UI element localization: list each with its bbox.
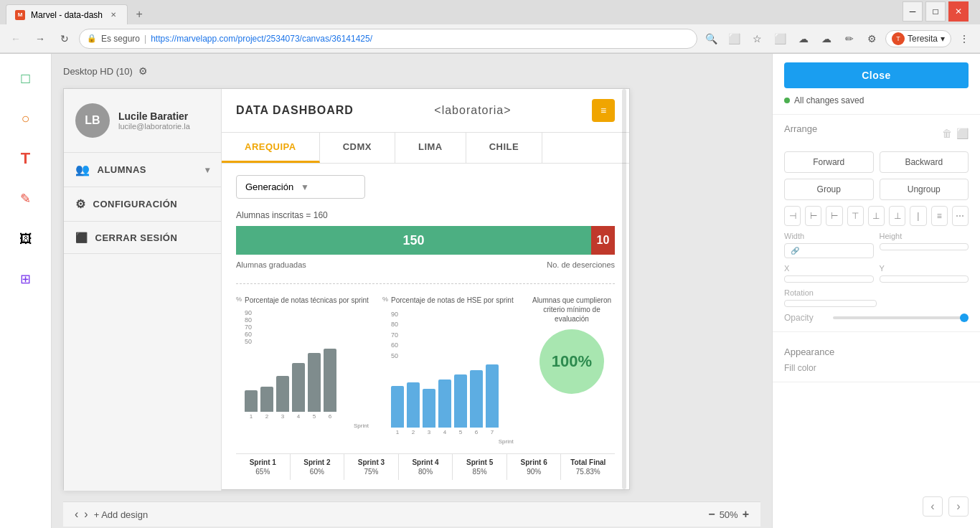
chart-hse: % Porcentaje de notas de HSE por sprint … xyxy=(382,296,520,445)
sprint-2-cell: Sprint 2 60% xyxy=(291,454,345,480)
tab-arequipa[interactable]: AREQUIPA xyxy=(222,133,320,163)
chart1-sprint-label: Sprint xyxy=(245,423,369,429)
bar2-label-4: 4 xyxy=(443,429,446,435)
dropouts-count: 10 xyxy=(597,234,610,247)
more-align-icon[interactable]: ⋯ xyxy=(952,206,969,226)
panel-prev-button[interactable]: ‹ xyxy=(923,496,943,517)
tool-circle[interactable]: ○ xyxy=(13,105,39,131)
opacity-slider[interactable] xyxy=(833,316,969,319)
generation-dropdown[interactable]: Generación ▼ xyxy=(236,175,365,199)
refresh-button[interactable]: ↻ xyxy=(55,29,75,49)
tab-cdmx[interactable]: CDMX xyxy=(320,133,395,163)
align-top-icon[interactable]: ⊤ xyxy=(847,206,864,226)
zoom-out-button[interactable]: − xyxy=(708,508,715,521)
scrollbar[interactable] xyxy=(622,89,626,489)
address-bar[interactable]: 🔒 Es seguro | https://marvelapp.com/proj… xyxy=(79,29,697,49)
chart2-bar-2: 2 xyxy=(407,382,420,435)
bar2-label-5: 5 xyxy=(459,429,462,435)
canvas-title: Desktop HD (10) xyxy=(63,66,133,77)
width-field[interactable]: 🔗 xyxy=(784,243,874,258)
sprint-2-value: 60% xyxy=(293,468,341,476)
x-field[interactable] xyxy=(784,275,874,283)
canvas-settings-icon[interactable]: ⚙ xyxy=(138,65,148,77)
bar1-6 xyxy=(324,349,336,412)
alumnas-chevron-icon: ▾ xyxy=(205,165,210,175)
window-maximize-button[interactable]: □ xyxy=(925,1,946,22)
ungroup-button[interactable]: Ungroup xyxy=(880,179,969,200)
edit-icon[interactable]: ✏ xyxy=(839,29,859,49)
search-browser-icon[interactable]: 🔍 xyxy=(702,29,722,49)
sidebar: LB Lucile Baratier lucile@laboratorie.la… xyxy=(64,89,222,491)
tool-text[interactable]: T xyxy=(13,146,39,171)
tab-cdmx-label: CDMX xyxy=(343,141,372,152)
sidebar-item-cerrar-sesion[interactable]: ⬛ CERRAR SESIÓN xyxy=(64,222,221,254)
bar1-label-2: 2 xyxy=(265,413,268,420)
tool-square[interactable]: □ xyxy=(13,65,39,91)
align-right-icon[interactable]: ⊢ xyxy=(826,206,842,226)
align-bottom-icon[interactable]: ⊥ xyxy=(889,206,905,226)
user-chip[interactable]: T Teresita ▾ xyxy=(885,30,951,47)
url-protocol: Es seguro xyxy=(101,34,140,44)
forward-button[interactable]: → xyxy=(30,29,50,49)
graduated-bar: 150 xyxy=(236,226,591,255)
browser-tab-active[interactable]: M Marvel - data-dash ✕ xyxy=(6,4,128,24)
delete-icon[interactable]: 🗑 xyxy=(942,128,952,139)
hamburger-menu-icon[interactable]: ≡ xyxy=(592,99,615,122)
translate-icon[interactable]: ⬜ xyxy=(725,29,745,49)
chart2-bar-6: 6 xyxy=(470,370,483,435)
tab-favicon: M xyxy=(15,10,25,20)
panel-next-button[interactable]: › xyxy=(948,496,969,517)
tabs-row: AREQUIPA CDMX LIMA CHILE xyxy=(222,133,629,164)
bar2-label-3: 3 xyxy=(428,429,430,435)
rotation-field[interactable] xyxy=(784,300,877,307)
user-avatar: LB xyxy=(75,103,110,138)
arrange-section: Arrange 🗑 ⬜ Forward Backward Group Ungro… xyxy=(773,115,980,332)
new-tab-button[interactable]: + xyxy=(129,4,149,24)
zoom-in-button[interactable]: + xyxy=(743,508,749,521)
group-button[interactable]: Group xyxy=(784,179,874,200)
alumnas-icon: 👥 xyxy=(75,163,90,176)
duplicate-icon[interactable]: ⬜ xyxy=(956,128,969,139)
tool-pen[interactable]: ✎ xyxy=(13,186,39,212)
settings-icon[interactable]: ⚙ xyxy=(862,29,882,49)
add-design-button[interactable]: + Add design xyxy=(94,509,149,520)
forward-button-panel[interactable]: Forward xyxy=(784,151,874,173)
user-name: Lucile Baratier xyxy=(118,110,190,122)
y-field[interactable] xyxy=(880,275,969,283)
opacity-thumb[interactable] xyxy=(960,314,969,322)
bar1-label-1: 1 xyxy=(250,413,253,420)
saved-status: All changes saved xyxy=(784,95,969,105)
bar2-1 xyxy=(391,386,404,428)
charts-section: % Porcentaje de notas técnicas por sprin… xyxy=(236,283,615,445)
tab-close-icon[interactable]: ✕ xyxy=(108,10,118,20)
tab-lima[interactable]: LIMA xyxy=(395,133,466,163)
xy-row: X Y xyxy=(784,264,969,283)
tool-grid[interactable]: ⊞ xyxy=(13,266,39,292)
opacity-label: Opacity xyxy=(784,313,827,323)
extensions-icon[interactable]: ⬜ xyxy=(771,29,791,49)
align-left-icon[interactable]: ⊣ xyxy=(784,206,801,226)
sidebar-item-alumnas[interactable]: 👥 ALUMNAS ▾ xyxy=(64,153,221,187)
main-content: DATA DASHBOARD <laboratoria> ≡ AREQUIPA … xyxy=(222,89,629,491)
close-button[interactable]: Close xyxy=(784,62,969,88)
user-info-section: LB Lucile Baratier lucile@laboratorie.la xyxy=(64,89,221,153)
sidebar-item-configuracion[interactable]: ⚙ CONFIGURACIÓN xyxy=(64,187,221,222)
tool-image[interactable]: 🖼 xyxy=(13,226,39,252)
backward-button-panel[interactable]: Backward xyxy=(880,151,969,173)
next-frame-button[interactable]: › xyxy=(84,508,88,521)
fill-color-row: Fill color xyxy=(784,363,969,373)
align-center-v-icon[interactable]: ⊥ xyxy=(868,206,885,226)
window-minimize-button[interactable]: ─ xyxy=(903,1,923,22)
bookmark-icon[interactable]: ☆ xyxy=(748,29,768,49)
back-button[interactable]: ← xyxy=(6,29,26,49)
menu-button[interactable]: ⋮ xyxy=(954,29,974,49)
tab-chile[interactable]: CHILE xyxy=(466,133,543,163)
distribute-h-icon[interactable]: | xyxy=(910,206,926,226)
sync2-icon[interactable]: ☁ xyxy=(816,29,837,49)
distribute-v-icon[interactable]: ≡ xyxy=(931,206,948,226)
prev-frame-button[interactable]: ‹ xyxy=(75,508,78,521)
sync-icon[interactable]: ☁ xyxy=(793,29,814,49)
align-center-h-icon[interactable]: ⊢ xyxy=(805,206,821,226)
window-close-button[interactable]: ✕ xyxy=(948,1,969,22)
height-field[interactable] xyxy=(880,243,969,250)
